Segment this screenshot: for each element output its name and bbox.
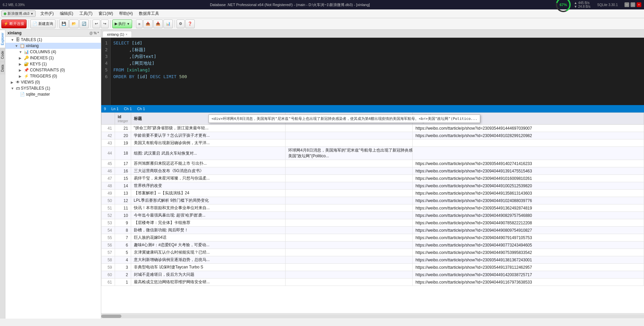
keys-group[interactable]: ▶ 🔐 KEYS (1)	[5, 61, 101, 67]
menu-help[interactable]: 帮助(H)	[116, 10, 136, 17]
results-table-wrapper[interactable]: id integer 标题 内容text text 网页地址	[101, 112, 644, 313]
cell-url: https://weibo.com/ttarticle/p/show?id=23…	[413, 234, 644, 241]
table-row[interactable]: 50 12 LPL季后赛形式解析 9胜门槛下的局势变化 https://weib…	[102, 197, 644, 204]
refresh-icon: 🔄	[82, 22, 86, 26]
table-row[interactable]: 53 9 【层楼奇谭：完全体】卡组推荐 https://weibo.com/tt…	[102, 219, 644, 227]
minimize-button[interactable]: ─	[624, 2, 629, 7]
sqlite-master-item[interactable]: 📄 sqlite_master	[5, 91, 101, 97]
menu-window[interactable]: 窗口(W)	[96, 10, 116, 17]
views-arrow: ▶	[11, 80, 15, 84]
toolbar-separator-1	[28, 20, 29, 28]
systables-group[interactable]: ▼ 🗃 SYSTABLES (1)	[5, 85, 101, 91]
table-row[interactable]: 44 18 组图: 武汉重启 武昌火车站恢复对... 环球网4月8日消息，美国海…	[102, 147, 644, 160]
table-row[interactable]: 48 14 世界秩序的改变 https://weibo.com/ttarticl…	[102, 182, 644, 190]
cell-content	[286, 279, 413, 286]
cell-content: 环球网4月8日消息，美国海军的"尼米兹"号航母上也出现了新冠肺炎感染者，使其成为…	[286, 147, 413, 160]
speed-up: 445 B/s	[578, 1, 590, 5]
disconnect-button[interactable]: ⚡ 断开连接	[1, 20, 27, 28]
maximize-button[interactable]: □	[631, 2, 635, 7]
format-button[interactable]: ≡	[136, 20, 143, 28]
triggers-group[interactable]: ▶ ⚡ TRIGGERS (0)	[5, 73, 101, 79]
import-button[interactable]: 📥	[153, 20, 163, 28]
col-header-id[interactable]: id integer	[115, 113, 131, 125]
settings-button[interactable]: ⚙	[177, 20, 185, 28]
open-icon: 📂	[72, 22, 76, 26]
views-label: VIEWS (0)	[21, 80, 100, 85]
data-tab[interactable]: Data	[0, 62, 5, 74]
explorer-tab[interactable]: Explorer	[0, 30, 5, 48]
table-row[interactable]: 60 2 封城不是难堪日，疫后方为大问题 https://weibo.com/t…	[102, 271, 644, 279]
table-row[interactable]: 56 6 趣味#心测#：#恋爱EQ# 大考验，可爱动... https://we…	[102, 241, 644, 249]
file-size-label: 6.2 MB, 0.39%	[3, 3, 25, 7]
table-row[interactable]: 46 16 三大运营商联合发布《5G消息白皮书》 https://weibo.c…	[102, 167, 644, 175]
cell-url: https://weibo.com/ttarticle/p/show?id=23…	[413, 241, 644, 249]
menu-edit[interactable]: 编辑(E)	[57, 10, 76, 17]
table-row[interactable]: 47 15 易烊千玺，未来星河璀璨，只想与你温柔... https://weib…	[102, 175, 644, 182]
db-badge[interactable]: 新浪微博.db3 ▼	[1, 10, 36, 17]
table-row[interactable]: 52 10 今年迄今最强风暴出现: 超强'哈罗德'袭... https://we…	[102, 212, 644, 219]
refresh-button[interactable]: 🔄	[79, 20, 89, 28]
table-row[interactable]: 43 19 美国又有航母出现新冠确诊病例，太平洋...	[102, 139, 644, 147]
undo-button[interactable]: ↩	[92, 20, 100, 28]
query-tab-close[interactable]: ×	[125, 33, 127, 36]
cell-rownum: 60	[102, 271, 115, 279]
cell-rownum: 45	[102, 160, 115, 167]
help-button[interactable]: ❓	[185, 20, 195, 28]
cell-title: 苏州旭辉雁归来院迟迟不能上市 引出扑...	[131, 160, 286, 167]
cursor-ln: Ln 1	[111, 107, 118, 111]
cell-rownum: 48	[102, 182, 115, 190]
open-button[interactable]: 📂	[69, 20, 79, 28]
indexes-group[interactable]: ▶ 🔑 INDEXES (1)	[5, 55, 101, 61]
views-group[interactable]: ▶ 👁 VIEWS (0)	[5, 79, 101, 85]
results-area: id integer 标题 内容text text 网页地址	[101, 112, 644, 319]
table-row[interactable]: 45 17 苏州旭辉雁归来院迟迟不能上市 引出扑... https://weib…	[102, 160, 644, 167]
table-row[interactable]: 54 8 卧槽，微信新功能: 阅后即焚！ https://weibo.com/t…	[102, 227, 644, 234]
code-content[interactable]: SELECT [id] ,[标题] ,[内容text] ,[网页地址] FROM…	[111, 38, 644, 105]
close-button[interactable]: ×	[637, 2, 641, 7]
table-row[interactable]: 61 1 最高检成立惩治网络犯罪维护网络安全研... https://weibo…	[102, 279, 644, 286]
table-row[interactable]: 49 13 【答案解析】--【实战演练】24 https://weibo.com…	[102, 190, 644, 197]
table-row[interactable]: 58 4 意大利新增确诊病例呈逐渐趋势，总统马... https://weibo…	[102, 256, 644, 264]
cell-content	[286, 132, 413, 139]
query-tab-xinlang[interactable]: xinlang (1) ×	[103, 31, 132, 37]
menu-file[interactable]: 文件(F)	[38, 10, 56, 17]
tables-group[interactable]: ▼ 🗄 TABLES (1)	[5, 37, 101, 43]
columns-group[interactable]: ▼ 📊 COLUMNS (4)	[5, 49, 101, 55]
table-row[interactable]: 41 21 "拼命三郎"跻身省部级，浙江迎来最年轻... https://wei…	[102, 125, 644, 132]
table-row[interactable]: 42 20 学龄前要不要认字？怎么识字孩子才更有... https://weib…	[102, 132, 644, 139]
new-query-icon: 📄	[33, 22, 37, 26]
table-row[interactable]: 55 7 巨人族的花嫁04话 https://weibo.com/ttartic…	[102, 234, 644, 241]
code-tab[interactable]: Code	[0, 48, 5, 62]
table-row[interactable]: 57 5 京津冀健康码互认什么时候能实现？已经... https://weibo…	[102, 249, 644, 256]
menu-db-tools[interactable]: 数据库工具	[136, 10, 162, 17]
execute-button[interactable]: ▶ 执行 ▼	[112, 20, 132, 28]
constraints-group[interactable]: ▶ 📌 CONSTRAINTS (0)	[5, 67, 101, 73]
triggers-arrow: ▶	[19, 74, 23, 78]
new-query-button[interactable]: 📄 新建直询	[30, 20, 55, 28]
horizontal-scrollbar[interactable]	[101, 314, 644, 318]
redo-button[interactable]: ↪	[101, 20, 109, 28]
cell-id: 9	[115, 219, 131, 227]
cell-popup: <div>环球网4月8日消息，美国海军的"尼米兹"号航母上也出现了新冠肺炎感染者…	[209, 115, 480, 123]
speed-down: 24.8 B/s	[578, 5, 591, 8]
sqlite-version: SQLite 3.30.1	[597, 3, 618, 7]
cell-content	[286, 249, 413, 256]
sidebar-actions: @ % *	[89, 31, 99, 35]
db-dropdown-icon[interactable]: ▼	[30, 12, 33, 15]
cell-title: 易烊千玺，未来星河璀璨，只想与你温柔...	[131, 175, 286, 182]
table-row[interactable]: 51 11 快讯！本市鼓励和支持企事业单位对来自... https://weib…	[102, 204, 644, 212]
chart-button[interactable]: 📊	[163, 20, 173, 28]
menu-tools[interactable]: 工具(T)	[77, 10, 95, 17]
table-row[interactable]: 59 3 非典型电动车 试保时捷Taycan Turbo S https://w…	[102, 264, 644, 271]
cell-content	[286, 139, 413, 147]
table-xinlang[interactable]: ▼ 📋 xinlang	[5, 43, 101, 49]
save-button[interactable]: 💾	[59, 20, 69, 28]
cell-rownum: 46	[102, 167, 115, 175]
systables-icon: 🗃	[16, 86, 20, 91]
export-button[interactable]: 📤	[143, 20, 153, 28]
cursor-pos-row: 9	[104, 107, 106, 111]
cell-rownum: 42	[102, 132, 115, 139]
bottom-scrollbar[interactable]	[101, 313, 644, 319]
scrollbar-thumb[interactable]	[101, 315, 121, 318]
sql-editor[interactable]: 1 2 3 4 5 6 SELECT [id] ,[标题] ,[内容text] …	[101, 38, 644, 105]
